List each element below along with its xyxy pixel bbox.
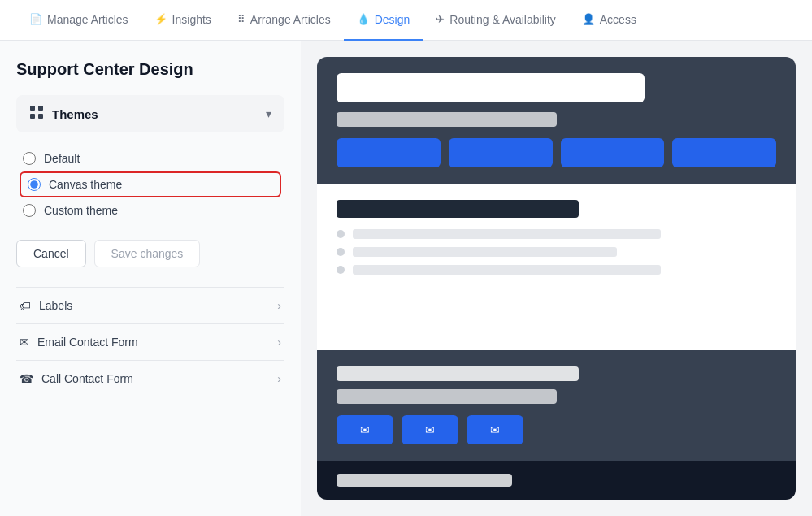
theme-radio-canvas[interactable] <box>28 178 41 191</box>
top-nav: 📄 Manage Articles ⚡ Insights ⠿ Arrange A… <box>0 0 812 41</box>
preview-btn-4 <box>672 138 776 167</box>
theme-label-custom: Custom theme <box>44 204 118 217</box>
preview-footer-bar <box>337 474 512 487</box>
theme-option-custom[interactable]: Custom theme <box>20 197 281 223</box>
themes-chevron-icon: ▾ <box>266 107 271 120</box>
nav-label-manage-articles: Manage Articles <box>47 13 128 26</box>
themes-section-header[interactable]: Themes ▾ <box>16 95 284 132</box>
nav-label-arrange-articles: Arrange Articles <box>250 13 331 26</box>
arrange-articles-icon: ⠿ <box>237 13 245 25</box>
preview-bullet-2 <box>337 248 345 256</box>
call-contact-form-label: Call Contact Form <box>41 372 133 385</box>
nav-label-access: Access <box>600 13 636 26</box>
preview-icon-btn-1: ✉ <box>337 415 393 444</box>
preview-panel: ✉ ✉ ✉ <box>301 41 812 516</box>
preview-contact-icon-buttons: ✉ ✉ ✉ <box>337 415 776 444</box>
email-icon: ✉ <box>20 336 29 349</box>
preview-bullet-1 <box>337 230 345 238</box>
phone-icon: ☎ <box>20 372 33 385</box>
access-icon: 👤 <box>582 13 595 25</box>
preview-btn-3 <box>561 138 665 167</box>
routing-icon: ✈ <box>436 13 445 25</box>
call-contact-form-menu-item[interactable]: ☎ Call Contact Form › <box>16 360 284 397</box>
sidebar: Support Center Design Themes ▾ <box>0 41 301 516</box>
preview-icon-btn-2: ✉ <box>402 415 458 444</box>
email-form-left: ✉ Email Contact Form <box>20 336 138 349</box>
main-content: Support Center Design Themes ▾ <box>0 41 812 516</box>
theme-radio-default[interactable] <box>23 152 36 165</box>
nav-item-design[interactable]: 💧 Design <box>344 0 423 41</box>
preview-hero-section <box>317 57 796 184</box>
preview-bullet-3 <box>337 266 345 274</box>
nav-label-insights: Insights <box>172 13 211 26</box>
preview-footer <box>317 461 796 500</box>
nav-item-arrange-articles[interactable]: ⠿ Arrange Articles <box>224 0 344 41</box>
theme-option-default[interactable]: Default <box>20 145 281 171</box>
nav-label-design: Design <box>375 13 410 26</box>
svg-rect-1 <box>38 106 43 111</box>
nav-item-access[interactable]: 👤 Access <box>569 0 649 41</box>
nav-item-routing[interactable]: ✈ Routing & Availability <box>423 0 568 41</box>
labels-tag-icon: 🏷 <box>20 299 31 312</box>
call-form-chevron-icon: › <box>277 372 281 385</box>
theme-label-canvas: Canvas theme <box>49 178 122 191</box>
insights-icon: ⚡ <box>154 13 167 25</box>
preview-article-line-1 <box>353 229 661 239</box>
svg-rect-2 <box>30 114 35 119</box>
themes-grid-icon <box>29 105 44 123</box>
preview-subtitle-bar <box>337 112 557 127</box>
svg-rect-3 <box>38 114 43 119</box>
labels-label: Labels <box>39 299 72 312</box>
email-contact-form-label: Email Contact Form <box>37 336 138 349</box>
svg-rect-0 <box>30 106 35 111</box>
nav-item-insights[interactable]: ⚡ Insights <box>141 0 224 41</box>
theme-radio-custom[interactable] <box>23 204 36 217</box>
cancel-button[interactable]: Cancel <box>16 240 86 267</box>
preview-articles-section <box>317 184 796 350</box>
email-contact-form-menu-item[interactable]: ✉ Email Contact Form › <box>16 323 284 360</box>
sidebar-title: Support Center Design <box>16 60 284 79</box>
preview-article-item-1 <box>337 229 776 239</box>
action-buttons: Cancel Save changes <box>16 240 284 267</box>
preview-section-title-bar <box>337 200 579 218</box>
save-changes-button[interactable]: Save changes <box>94 240 201 267</box>
labels-chevron-icon: › <box>277 299 281 312</box>
labels-menu-item[interactable]: 🏷 Labels › <box>16 287 284 323</box>
preview-contact-title-bar <box>337 366 579 381</box>
email-form-chevron-icon: › <box>277 336 281 349</box>
nav-item-manage-articles[interactable]: 📄 Manage Articles <box>16 0 141 41</box>
theme-label-default: Default <box>44 152 80 165</box>
manage-articles-icon: 📄 <box>29 13 42 25</box>
design-icon: 💧 <box>357 13 370 25</box>
preview-article-line-2 <box>353 247 617 257</box>
preview-article-item-2 <box>337 247 776 257</box>
preview-article-item-3 <box>337 265 776 275</box>
preview-article-line-3 <box>353 265 661 275</box>
theme-radio-group: Default Canvas theme Custom theme <box>16 145 284 223</box>
themes-label: Themes <box>52 107 98 121</box>
preview-contact-section: ✉ ✉ ✉ <box>317 350 796 461</box>
call-form-left: ☎ Call Contact Form <box>20 372 133 385</box>
preview-inner: ✉ ✉ ✉ <box>317 57 796 500</box>
preview-btn-1 <box>337 138 441 167</box>
labels-left: 🏷 Labels <box>20 299 72 312</box>
theme-option-canvas[interactable]: Canvas theme <box>20 171 281 197</box>
preview-icon-btn-3: ✉ <box>467 415 523 444</box>
preview-contact-subtitle-bar <box>337 389 557 404</box>
preview-search-bar <box>337 73 645 102</box>
nav-label-routing: Routing & Availability <box>449 13 555 26</box>
themes-section-left: Themes <box>29 105 98 123</box>
preview-btn-2 <box>449 138 553 167</box>
preview-category-buttons <box>337 138 776 167</box>
